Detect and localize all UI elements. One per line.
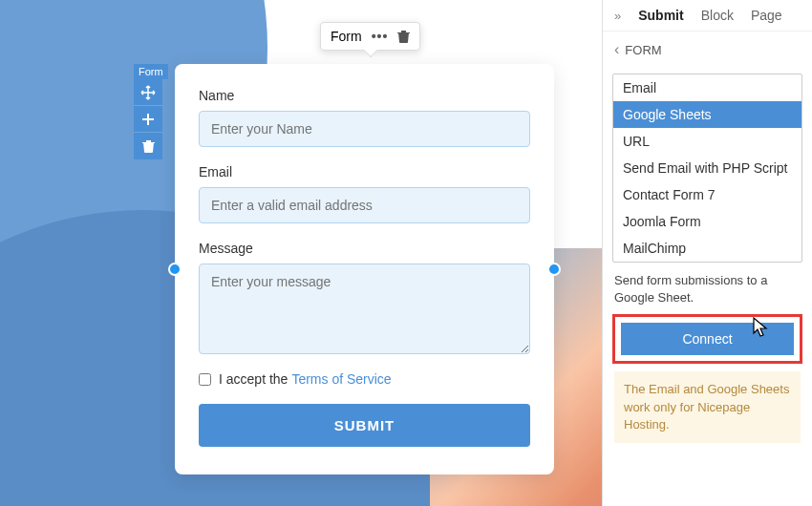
name-label: Name [199,88,530,103]
element-tooltip: Form ••• [320,22,420,51]
collapse-icon[interactable]: » [614,9,621,23]
add-tool[interactable] [134,106,162,133]
hosting-note: The Email and Google Sheets work only fo… [614,371,801,443]
form-card[interactable]: Name Email Message I accept the Terms of… [175,64,554,474]
chevron-left-icon: ‹ [614,41,619,58]
option-item[interactable]: Send Email with PHP Script [613,155,801,181]
move-tool[interactable] [134,79,162,106]
editor-canvas: Name Email Message I accept the Terms of… [0,0,602,506]
option-item[interactable]: MailChimp [613,235,801,262]
option-item[interactable]: Google Sheets [613,101,801,128]
message-label: Message [199,241,530,256]
option-description: Send form submissions to a Google Sheet. [603,272,812,306]
back-label: FORM [625,43,661,57]
panel-tabs: » Submit Block Page [603,0,812,32]
tab-page[interactable]: Page [751,8,782,23]
element-tag: Form [134,64,168,79]
tab-block[interactable]: Block [701,8,734,23]
submit-options-list: EmailGoogle SheetsURLSend Email with PHP… [612,74,802,263]
terms-text: I accept the [219,371,288,387]
connect-highlight: Connect [612,314,802,364]
message-textarea[interactable] [199,264,530,354]
more-icon[interactable]: ••• [372,29,389,44]
tooltip-label: Form [331,29,362,44]
option-item[interactable]: Joomla Form [613,208,801,235]
terms-row: I accept the Terms of Service [199,371,530,387]
submit-button[interactable]: SUBMIT [199,404,530,447]
delete-tool[interactable] [134,133,162,159]
email-input[interactable] [199,187,530,223]
trash-icon[interactable] [397,30,410,43]
connect-button[interactable]: Connect [621,323,794,355]
terms-checkbox[interactable] [199,373,211,386]
properties-panel: » Submit Block Page ‹ FORM EmailGoogle S… [602,0,812,506]
option-item[interactable]: URL [613,128,801,155]
tab-submit[interactable]: Submit [638,8,683,23]
back-button[interactable]: ‹ FORM [603,32,812,68]
email-label: Email [199,164,530,179]
side-tools [134,79,162,159]
option-item[interactable]: Email [613,74,801,101]
name-input[interactable] [199,111,530,147]
option-item[interactable]: Contact Form 7 [613,181,801,208]
terms-link[interactable]: Terms of Service [291,371,391,387]
